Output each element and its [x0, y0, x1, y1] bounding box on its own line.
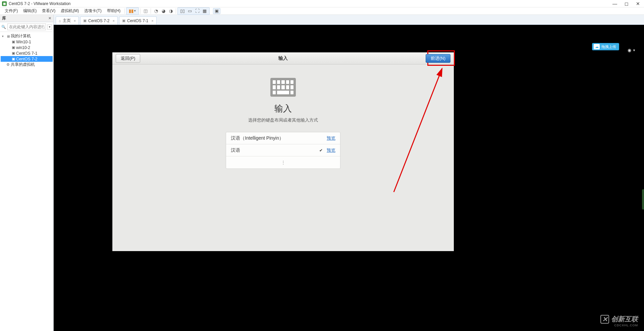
library-tree: ▾ 🖥 我的计算机 ▣Win10-1 ▣win10-2 ▣CentOS 7-1 … — [0, 32, 53, 69]
home-icon: ⌂ — [59, 19, 61, 23]
gnome-initial-setup: 返回(P) 输入 前进(N) 输入 选择您的键盘布局或者其他输入方式 汉语（In… — [112, 52, 454, 251]
vm-icon: ▣ — [11, 40, 16, 44]
keyboard-icon — [270, 78, 296, 97]
menu-file[interactable]: 文件(F) — [2, 8, 20, 14]
separator — [140, 8, 141, 14]
window-title: CentOS 7-2 - VMware Workstation — [9, 1, 71, 6]
menubar: 文件(F) 编辑(E) 查看(V) 虚拟机(M) 选项卡(T) 帮助(H) ▮▮… — [0, 7, 644, 15]
expand-icon[interactable]: ▾ — [2, 35, 5, 38]
search-dropdown-icon[interactable]: ▼ — [47, 25, 52, 30]
vmware-logo-icon: ▣ — [2, 1, 7, 6]
vm-icon: ▣ — [11, 51, 16, 55]
back-button[interactable]: 返回(P) — [116, 54, 140, 63]
cloud-icon: ☁ — [594, 44, 600, 49]
close-button[interactable]: ✕ — [636, 1, 640, 6]
computer-icon: 🖥 — [5, 34, 11, 38]
tree-item-centos71[interactable]: ▣CentOS 7-1 — [1, 50, 53, 56]
clock3-button[interactable]: ◑ — [167, 8, 174, 14]
watermark-logo-icon: ✕ — [600, 315, 609, 324]
library-search: 🔍 ▼ — [0, 22, 53, 32]
tree-shared[interactable]: ⚙共享的虚拟机 — [1, 62, 53, 67]
tree-item-win10-1[interactable]: ▣Win10-1 — [1, 39, 53, 45]
titlebar: ▣ CentOS 7-2 - VMware Workstation — ◻ ✕ — [0, 0, 644, 7]
tree-root-label: 我的计算机 — [11, 33, 31, 39]
menu-tabs[interactable]: 选项卡(T) — [82, 8, 104, 14]
input-method-list: 汉语（Intelligent Pinyin） 预览 汉语 ✔ 预览 ⋮ — [226, 132, 340, 169]
tab-close-icon[interactable]: × — [151, 19, 153, 23]
input-option-hanyu[interactable]: 汉语 ✔ 预览 — [226, 144, 340, 156]
library-header: 库 ✕ — [0, 15, 53, 22]
forward-button[interactable]: 前进(N) — [426, 54, 450, 63]
installer-subtitle: 选择您的键盘布局或者其他输入方式 — [112, 117, 454, 123]
menu-help[interactable]: 帮助(H) — [104, 8, 123, 14]
separator — [124, 8, 125, 14]
cloud-upload-button[interactable]: ☁ 拖拽上传 — [592, 43, 619, 50]
clock2-button[interactable]: ◕ — [160, 8, 167, 14]
tree-item-centos72[interactable]: ▣CentOS 7-2 — [1, 56, 53, 62]
library-search-input[interactable] — [7, 23, 46, 30]
separator — [176, 8, 176, 14]
minimize-button[interactable]: — — [612, 1, 617, 6]
vm-display[interactable]: ◉▼ 返回(P) 输入 前进(N) 输入 选择您的键盘布局或者其他输入方式 汉语… — [54, 25, 644, 331]
search-icon: 🔍 — [1, 25, 6, 29]
check-icon: ✔ — [319, 148, 323, 153]
library-panel: 库 ✕ 🔍 ▼ ▾ 🖥 我的计算机 ▣Win10-1 ▣win10-2 ▣Cen… — [0, 15, 54, 331]
accessibility-icon: ◉ — [628, 48, 631, 53]
library-title: 库 — [2, 15, 6, 21]
installer-header: 返回(P) 输入 前进(N) — [112, 52, 454, 64]
clock-button[interactable]: ◔ — [152, 8, 160, 14]
vm-icon: ▣ — [11, 57, 16, 61]
watermark: ✕创新互联 CDCXHL.COM — [600, 315, 638, 327]
menu-edit[interactable]: 编辑(E) — [20, 8, 39, 14]
tree-root[interactable]: ▾ 🖥 我的计算机 — [1, 33, 53, 39]
menu-view[interactable]: 查看(V) — [39, 8, 58, 14]
maximize-button[interactable]: ◻ — [625, 1, 629, 6]
tab-centos72[interactable]: ▣CentOS 7-2× — [80, 16, 118, 25]
side-handle[interactable] — [642, 189, 644, 209]
vm-icon: ▣ — [83, 18, 87, 23]
preview-link[interactable]: 预览 — [327, 135, 335, 141]
tab-close-icon[interactable]: × — [112, 19, 114, 23]
tab-close-icon[interactable]: × — [74, 19, 76, 23]
view-modes[interactable]: ▯▯▭⛶▦ — [177, 7, 210, 15]
installer-title: 输入 — [112, 103, 454, 114]
vm-icon: ▣ — [11, 45, 16, 50]
accessibility-menu[interactable]: ◉▼ — [628, 48, 636, 53]
library-close-icon[interactable]: ✕ — [48, 16, 51, 20]
tree-item-win10-2[interactable]: ▣win10-2 — [1, 45, 53, 50]
more-icon: ⋮ — [281, 162, 285, 163]
snapshot-button[interactable]: ◫ — [142, 8, 149, 14]
tab-home[interactable]: ⌂主页× — [56, 16, 79, 25]
preview-link[interactable]: 预览 — [327, 147, 335, 153]
tab-centos71[interactable]: ▣CentOS 7-1× — [119, 16, 157, 25]
tabbar: ⌂主页× ▣CentOS 7-2× ▣CentOS 7-1× — [54, 15, 644, 25]
installer-body: 输入 选择您的键盘布局或者其他输入方式 汉语（Intelligent Pinyi… — [112, 64, 454, 169]
shared-icon: ⚙ — [5, 62, 11, 67]
unity-button[interactable]: ▣ — [213, 8, 220, 14]
more-options-button[interactable]: ⋮ — [226, 156, 340, 169]
separator — [151, 8, 151, 14]
pause-button[interactable]: ▮▮▼ — [126, 7, 139, 15]
installer-bar-title: 输入 — [112, 55, 454, 61]
vm-icon: ▣ — [122, 18, 125, 23]
menu-vm[interactable]: 虚拟机(M) — [58, 8, 82, 14]
input-option-pinyin[interactable]: 汉语（Intelligent Pinyin） 预览 — [226, 132, 340, 144]
